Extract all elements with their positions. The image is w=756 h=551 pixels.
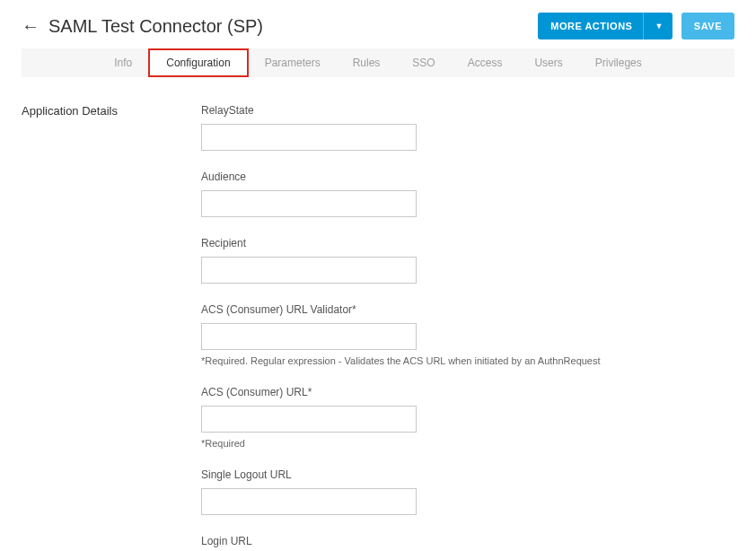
tab-configuration[interactable]: Configuration <box>148 48 248 77</box>
acs-url-input[interactable] <box>201 406 417 433</box>
header-left: ← SAML Test Connector (SP) <box>22 16 263 37</box>
login-url-label: Login URL <box>201 535 734 547</box>
section-title: Application Details <box>22 104 183 551</box>
slo-url-input[interactable] <box>201 488 417 515</box>
tab-access[interactable]: Access <box>452 48 519 77</box>
form-area: RelayState Audience Recipient ACS (Consu… <box>201 104 734 551</box>
acs-validator-help: *Required. Regular expression - Validate… <box>201 355 734 366</box>
acs-url-label: ACS (Consumer) URL* <box>201 386 734 398</box>
audience-label: Audience <box>201 171 734 183</box>
content-area: Application Details RelayState Audience … <box>0 77 756 551</box>
field-slo-url: Single Logout URL <box>201 468 734 515</box>
save-button[interactable]: SAVE <box>681 13 734 39</box>
caret-down-icon[interactable]: ▼ <box>655 22 663 31</box>
page-header: ← SAML Test Connector (SP) MORE ACTIONS … <box>0 0 756 48</box>
recipient-input[interactable] <box>201 257 417 284</box>
tab-privileges[interactable]: Privileges <box>579 48 658 77</box>
acs-validator-label: ACS (Consumer) URL Validator* <box>201 303 734 316</box>
field-recipient: Recipient <box>201 237 734 284</box>
tab-info[interactable]: Info <box>98 48 148 77</box>
page-title: SAML Test Connector (SP) <box>48 16 263 37</box>
tab-parameters[interactable]: Parameters <box>249 48 337 77</box>
button-divider <box>643 13 644 39</box>
field-acs-url: ACS (Consumer) URL* *Required <box>201 386 734 449</box>
more-actions-label: MORE ACTIONS <box>550 21 632 31</box>
audience-input[interactable] <box>201 190 417 217</box>
more-actions-button[interactable]: MORE ACTIONS ▼ <box>538 13 672 39</box>
back-arrow-icon[interactable]: ← <box>22 17 40 35</box>
relaystate-input[interactable] <box>201 124 417 151</box>
field-acs-validator: ACS (Consumer) URL Validator* *Required.… <box>201 303 734 366</box>
slo-url-label: Single Logout URL <box>201 468 734 481</box>
tab-rules[interactable]: Rules <box>337 48 397 77</box>
recipient-label: Recipient <box>201 237 734 249</box>
field-relaystate: RelayState <box>201 104 734 151</box>
header-actions: MORE ACTIONS ▼ SAVE <box>538 13 734 39</box>
relaystate-label: RelayState <box>201 104 734 117</box>
tab-users[interactable]: Users <box>518 48 578 77</box>
tab-sso[interactable]: SSO <box>396 48 451 77</box>
acs-url-help: *Required <box>201 438 734 449</box>
acs-validator-input[interactable] <box>201 323 417 350</box>
field-login-url: Login URL <box>201 535 734 551</box>
field-audience: Audience <box>201 171 734 217</box>
tabs-bar: Info Configuration Parameters Rules SSO … <box>22 48 734 77</box>
